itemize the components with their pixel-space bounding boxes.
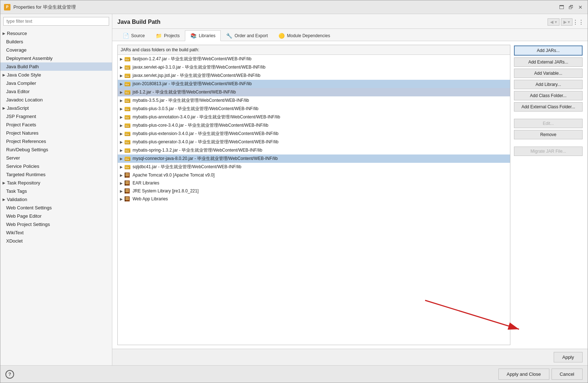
- close-button[interactable]: ✕: [577, 4, 584, 11]
- sidebar-item-resource[interactable]: ▶ Resource: [0, 29, 112, 38]
- sidebar-item-targeted-runtimes[interactable]: Targeted Runtimes: [0, 170, 112, 179]
- add-external-jars-button[interactable]: Add External JARs...: [514, 57, 583, 67]
- sidebar-item-service-policies[interactable]: Service Policies: [0, 162, 112, 170]
- sidebar-item-label: Java Compiler: [6, 80, 36, 86]
- sidebar-item-jsp-fragment[interactable]: JSP Fragment: [0, 112, 112, 121]
- back-button[interactable]: ◀ ▾: [548, 18, 559, 26]
- list-item[interactable]: ▶ 01o mybatis-spring-1.3.2.jar - 毕业生就业管理…: [118, 146, 510, 154]
- sidebar-item-server[interactable]: Server: [0, 154, 112, 162]
- item-arrow-icon: ▶: [120, 165, 123, 169]
- list-item[interactable]: ▶ 01o javax.servlet-api-3.1.0.jar - 毕业生就…: [118, 63, 510, 71]
- add-class-folder-button[interactable]: Add Class Folder...: [514, 91, 583, 100]
- add-external-class-folder-button[interactable]: Add External Class Folder...: [514, 102, 583, 112]
- item-arrow-icon: ▶: [120, 140, 123, 144]
- item-label: mybatis-plus-extension-3.4.0.jar - 毕业生就业…: [133, 131, 278, 137]
- sidebar-item-project-facets[interactable]: Project Facets: [0, 121, 112, 129]
- cancel-button[interactable]: Cancel: [552, 369, 583, 380]
- jar-icon: 01o: [124, 90, 131, 95]
- list-item[interactable]: ▶ 01o mybatis-plus-core-3.4.0.jar - 毕业生就…: [118, 121, 510, 130]
- sidebar-item-java-editor[interactable]: Java Editor: [0, 87, 112, 96]
- sidebar-item-label: Run/Debug Settings: [6, 147, 48, 152]
- tab-order-export[interactable]: 🔧 Order and Export: [221, 30, 273, 41]
- add-library-button[interactable]: Add Library...: [514, 80, 583, 89]
- tab-projects[interactable]: 📁 Projects: [150, 30, 185, 41]
- sidebar-item-validation[interactable]: ▶ Validation: [0, 195, 112, 204]
- sidebar-item-label: Task Tags: [6, 188, 27, 194]
- list-item[interactable]: ▶ 01o jstl-1.2.jar - 毕业生就业管理/WebContent/…: [118, 88, 510, 96]
- sidebar-item-javadoc[interactable]: Javadoc Location: [0, 96, 112, 104]
- sidebar-item-project-natures[interactable]: Project Natures: [0, 129, 112, 137]
- sidebar-item-project-references[interactable]: Project References: [0, 137, 112, 145]
- list-item[interactable]: ▶ 01o sqljdbc41.jar - 毕业生就业管理/WebContent…: [118, 163, 510, 171]
- sidebar-item-javascript[interactable]: ▶ JavaScript: [0, 104, 112, 112]
- migrate-jar-button[interactable]: Migrate JAR File...: [514, 147, 583, 156]
- sidebar-item-java-build-path[interactable]: Java Build Path: [0, 62, 112, 71]
- item-arrow-icon: ▶: [120, 189, 123, 193]
- tab-source[interactable]: 📄 Source: [117, 30, 150, 41]
- item-arrow-icon: ▶: [120, 157, 123, 161]
- list-item[interactable]: ▶ 01o json-20180813.jar - 毕业生就业管理/WebCon…: [118, 80, 510, 88]
- sidebar-item-web-content[interactable]: Web Content Settings: [0, 204, 112, 212]
- tab-libraries[interactable]: 📚 Libraries: [185, 30, 221, 41]
- titlebar-controls: 🗖 🗗 ✕: [558, 4, 584, 11]
- sidebar-item-wikitext[interactable]: WikiText: [0, 229, 112, 237]
- build-path-list[interactable]: ▶ 01o fastjson-1.2.47.jar - 毕业生就业管理/WebC…: [118, 55, 510, 345]
- list-item[interactable]: ▶ 01o mybatis-plus-extension-3.4.0.jar -…: [118, 130, 510, 138]
- sidebar-item-task-tags[interactable]: Task Tags: [0, 187, 112, 195]
- list-item[interactable]: ▶ 01o mybatis-3.5.5.jar - 毕业生就业管理/WebCon…: [118, 96, 510, 105]
- main-window: P Properties for 毕业生就业管理 🗖 🗗 ✕ ▶ Resourc…: [0, 0, 588, 383]
- apply-button[interactable]: Apply: [554, 352, 583, 362]
- panel-menu-icon[interactable]: ⋮⋮: [574, 18, 583, 26]
- add-jars-button[interactable]: Add JARs...: [514, 45, 583, 56]
- sidebar-item-java-compiler[interactable]: Java Compiler: [0, 79, 112, 87]
- sidebar-item-builders[interactable]: Builders: [0, 38, 112, 46]
- sidebar-item-run-debug[interactable]: Run/Debug Settings: [0, 145, 112, 154]
- library-icon: [124, 188, 131, 194]
- item-arrow-icon: ▶: [120, 57, 123, 61]
- sidebar-item-web-page-editor[interactable]: Web Page Editor: [0, 212, 112, 220]
- help-button[interactable]: ?: [5, 370, 14, 379]
- item-label: javax.servlet-api-3.1.0.jar - 毕业生就业管理/We…: [133, 64, 265, 70]
- filter-input[interactable]: [3, 17, 109, 26]
- list-item[interactable]: ▶ EAR Libraries: [118, 179, 510, 187]
- svg-text:01o: 01o: [125, 166, 129, 169]
- remove-button[interactable]: Remove: [514, 130, 583, 139]
- svg-text:01o: 01o: [125, 117, 129, 119]
- item-label: mybatis-spring-1.3.2.jar - 毕业生就业管理/WebCo…: [133, 147, 262, 153]
- maximize-button[interactable]: 🗗: [567, 4, 575, 11]
- minimize-button[interactable]: 🗖: [558, 4, 565, 11]
- sidebar-item-web-project[interactable]: Web Project Settings: [0, 220, 112, 229]
- list-item[interactable]: ▶ 01o mybatis-plus-generator-3.4.0.jar -…: [118, 138, 510, 146]
- sidebar-item-coverage[interactable]: Coverage: [0, 46, 112, 54]
- forward-button[interactable]: ▶ ▾: [561, 18, 572, 26]
- list-item[interactable]: ▶ 01o mybatis-plus-3.0.5.jar - 毕业生就业管理/W…: [118, 105, 510, 113]
- svg-rect-51: [125, 183, 129, 184]
- add-variable-button[interactable]: Add Variable...: [514, 69, 583, 78]
- list-item[interactable]: ▶ Apache Tomcat v9.0 [Apache Tomcat v9.0…: [118, 171, 510, 179]
- sidebar-item-label: Validation: [7, 197, 27, 202]
- list-item[interactable]: ▶ Web App Libraries: [118, 195, 510, 203]
- list-item[interactable]: ▶ JRE System Library [jre1.8.0_221]: [118, 187, 510, 195]
- svg-text:01o: 01o: [125, 142, 129, 144]
- list-item[interactable]: ▶ 01o fastjson-1.2.47.jar - 毕业生就业管理/WebC…: [118, 55, 510, 63]
- window-icon: P: [4, 4, 10, 10]
- list-item[interactable]: ▶ 01o mybatis-plus-annotation-3.4.0.jar …: [118, 113, 510, 121]
- sidebar-item-xdoclet[interactable]: XDoclet: [0, 237, 112, 245]
- footer-right-buttons: Apply and Close Cancel: [498, 369, 583, 380]
- jar-icon: 01o: [124, 73, 131, 79]
- sidebar-item-label: Coverage: [6, 47, 26, 53]
- list-item[interactable]: ▶ 01o javax.servlet.jsp.jstl.jar - 毕业生就业…: [118, 71, 510, 80]
- item-arrow-icon: ▶: [120, 65, 123, 69]
- arrow-icon: ▶: [3, 31, 5, 35]
- item-arrow-icon: ▶: [120, 90, 123, 94]
- tab-module-deps[interactable]: 🟡 Module Dependencies: [273, 30, 335, 41]
- item-label: mybatis-plus-annotation-3.4.0.jar - 毕业生就…: [133, 114, 280, 120]
- sidebar-item-task-repository[interactable]: ▶ Task Repository: [0, 179, 112, 187]
- apply-and-close-button[interactable]: Apply and Close: [498, 369, 549, 380]
- sidebar-item-java-code-style[interactable]: ▶ Java Code Style: [0, 71, 112, 79]
- sidebar-item-deployment[interactable]: Deployment Assembly: [0, 54, 112, 62]
- svg-rect-46: [125, 175, 129, 176]
- jar-icon: 01o: [124, 156, 131, 162]
- list-item[interactable]: ▶ 01o mysql-connector-java-8.0.20.jar - …: [118, 154, 510, 163]
- edit-button[interactable]: Edit...: [514, 119, 583, 128]
